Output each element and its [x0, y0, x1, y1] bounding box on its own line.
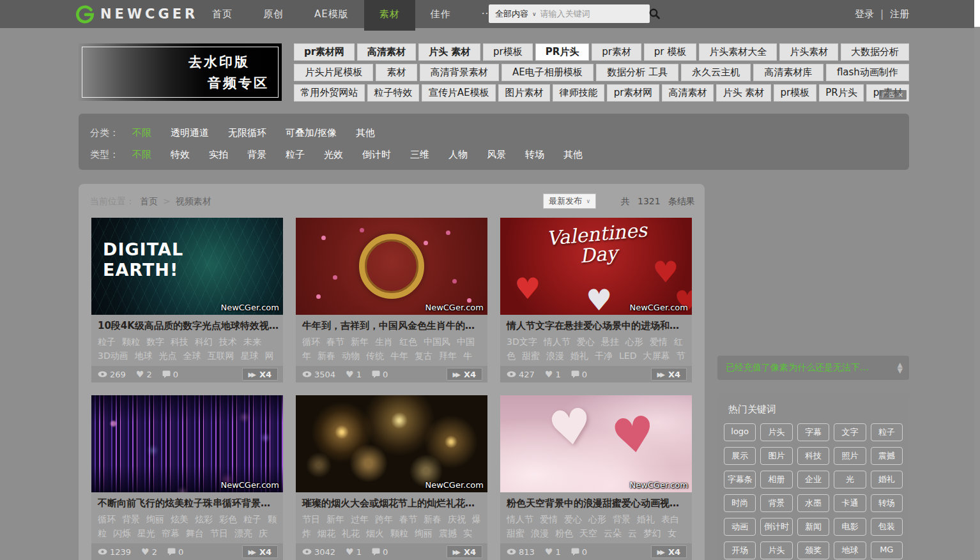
keyword-button[interactable]: 转场 [871, 494, 903, 512]
video-tag[interactable]: 梦幻 [643, 528, 661, 538]
video-tag[interactable]: 爱情 [540, 514, 558, 524]
comment-count[interactable]: 0 [372, 370, 388, 379]
keyword-button[interactable]: 电影 [834, 518, 866, 536]
ad-tag-link[interactable]: 宣传片AE模板 [422, 84, 496, 102]
filter-option[interactable]: 光效 [324, 149, 343, 160]
video-tag[interactable]: 甜蜜 [507, 528, 524, 538]
video-tag[interactable]: 生肖 [375, 337, 393, 347]
filter-option[interactable]: 透明通道 [171, 127, 209, 139]
like-count[interactable]: ♥ 1 [346, 370, 362, 379]
video-tag[interactable]: 数字 [146, 337, 164, 347]
nav-item[interactable]: 素材 [364, 0, 415, 31]
search-input[interactable] [540, 9, 649, 19]
video-tag[interactable]: 颗粒 [122, 337, 140, 347]
filter-option[interactable]: 粒子 [286, 149, 305, 160]
like-count[interactable]: ♥ 1 [346, 547, 362, 557]
breadcrumb-home-link[interactable]: 首页 [140, 196, 158, 208]
keyword-button[interactable]: 字幕 [797, 423, 829, 441]
video-title[interactable]: 不断向前飞行的炫美粒子珠串循环背景… [91, 492, 283, 510]
video-tag[interactable]: 云 [628, 528, 637, 538]
ad-tag-link[interactable]: pr模板 [774, 84, 816, 102]
video-title[interactable]: 粉色天空背景中的浪漫甜蜜爱心动画视… [500, 492, 692, 510]
keyword-button[interactable]: 卡通 [834, 494, 866, 512]
audio-zone-banner[interactable]: 去水印版 音频专区 [79, 43, 282, 101]
video-tag[interactable]: 节日 [302, 514, 320, 524]
ad-tag-link[interactable]: 片头 素材 [418, 43, 480, 61]
video-tag[interactable]: 互联网 [208, 351, 234, 361]
video-tag[interactable]: 帘幕 [162, 528, 180, 538]
video-tag[interactable]: 浪漫 [546, 351, 564, 361]
video-thumbnail[interactable]: NewCGer.com [91, 395, 283, 492]
video-title[interactable]: 璀璨的烟火大会或烟花节上的灿烂礼花… [296, 492, 487, 510]
comment-count[interactable]: 0 [571, 547, 587, 557]
filter-option[interactable]: 其他 [356, 127, 375, 139]
video-tag[interactable]: 炫美 [171, 514, 188, 524]
filter-option[interactable]: 其他 [563, 149, 583, 160]
keyword-button[interactable]: 图片 [760, 447, 792, 465]
video-tag[interactable]: 全球 [183, 351, 201, 361]
filter-option[interactable]: 人物 [448, 149, 468, 160]
video-tag[interactable]: 烟火 [366, 528, 384, 538]
video-tag[interactable]: 3D动画 [98, 351, 128, 361]
ad-tag-link[interactable]: 片头素材 [779, 43, 838, 61]
video-tag[interactable]: 新年 [326, 514, 344, 524]
comment-count[interactable]: 0 [372, 547, 388, 557]
video-tag[interactable]: 粒子 [243, 514, 261, 524]
video-tag[interactable]: 科幻 [195, 337, 213, 347]
ad-tag-link[interactable]: pr 模板 [644, 43, 696, 61]
video-tag[interactable]: 云朵 [604, 528, 622, 538]
keyword-button[interactable]: MG [871, 541, 903, 559]
keyword-button[interactable]: 地球 [834, 541, 866, 559]
nav-item[interactable]: 佳作 [415, 0, 466, 31]
scrollbar-thumb[interactable] [974, 0, 980, 27]
video-thumbnail[interactable]: Valentines Day NewCGer.com [500, 218, 692, 315]
ad-tag-link[interactable]: 常用外贸网站 [294, 84, 365, 102]
ad-tag-link[interactable]: 数据分析 工具 [596, 64, 678, 81]
comment-count[interactable]: 0 [162, 370, 178, 379]
site-logo[interactable]: NEWCGER [75, 4, 198, 24]
keyword-button[interactable]: 企业 [797, 471, 829, 488]
video-tag[interactable]: 背景 [122, 514, 140, 524]
video-tag[interactable]: 悬挂 [601, 337, 619, 347]
keyword-button[interactable]: 展示 [724, 447, 756, 465]
ad-tag-link[interactable]: pr模板 [483, 43, 533, 61]
login-link[interactable]: 登录 [855, 0, 874, 28]
filter-option[interactable]: 倒计时 [362, 149, 391, 160]
video-thumbnail[interactable]: NewCGer.com [500, 395, 692, 492]
video-card[interactable]: NewCGer.com 不断向前飞行的炫美粒子珠串循环背景… 循环背景绚丽炫美炫… [91, 395, 283, 560]
video-card[interactable]: NewCGer.com 璀璨的烟火大会或烟花节上的灿烂礼花… 节日新年过年跨年春… [296, 395, 487, 560]
video-tag[interactable]: 牛年 [390, 351, 408, 361]
filter-option[interactable]: 不限 [132, 127, 151, 139]
video-card[interactable]: DIGITAL EARTH! NewCGer.com 10段4K级高品质的数字光… [91, 218, 283, 382]
search-category-select[interactable]: 全部内容 [489, 8, 532, 20]
nav-item[interactable]: AE模版 [299, 0, 364, 31]
video-thumbnail[interactable]: DIGITAL EARTH! NewCGer.com [91, 218, 283, 315]
video-tag[interactable]: 新年 [351, 337, 369, 347]
video-tag[interactable]: 中国风 [424, 337, 450, 347]
video-tag[interactable]: 循环 [98, 514, 116, 524]
filter-option[interactable]: 特效 [171, 149, 190, 160]
video-tag[interactable]: 循环 [302, 337, 320, 347]
video-card[interactable]: Valentines Day NewCGer.com 情人节文字在悬挂爱心场景中… [500, 218, 692, 382]
video-title[interactable]: 牛年到，吉祥到，中国风金色生肖牛的… [296, 315, 487, 333]
video-title[interactable]: 10段4K级高品质的数字光点地球特效视… [91, 315, 283, 333]
keyword-button[interactable]: 水墨 [797, 494, 829, 512]
filter-option[interactable]: 背景 [247, 149, 266, 160]
keyword-button[interactable]: 字幕条 [724, 471, 756, 488]
video-tag[interactable]: 牛 [463, 351, 472, 361]
keyword-button[interactable]: 文字 [834, 423, 866, 441]
ad-tag-link[interactable]: 片头 素材 [716, 84, 771, 102]
video-tag[interactable]: 浪漫 [531, 528, 549, 538]
video-tag[interactable]: 舞台 [186, 528, 204, 538]
video-tag[interactable]: 绚丽 [146, 514, 164, 524]
keyword-button[interactable]: 婚礼 [871, 471, 903, 488]
video-tag[interactable]: 情人节 [507, 514, 533, 524]
filter-option[interactable]: 风景 [487, 149, 506, 160]
ad-tag-link[interactable]: pr素材 [592, 43, 641, 61]
video-thumbnail[interactable]: NewCGer.com [296, 218, 487, 315]
keyword-button[interactable]: 颁奖 [797, 541, 829, 559]
nav-item[interactable]: 原创 [248, 0, 299, 31]
video-tag[interactable]: 跨年 [375, 514, 393, 524]
video-tag[interactable]: 科技 [171, 337, 188, 347]
keyword-button[interactable]: 片头 [760, 541, 792, 559]
